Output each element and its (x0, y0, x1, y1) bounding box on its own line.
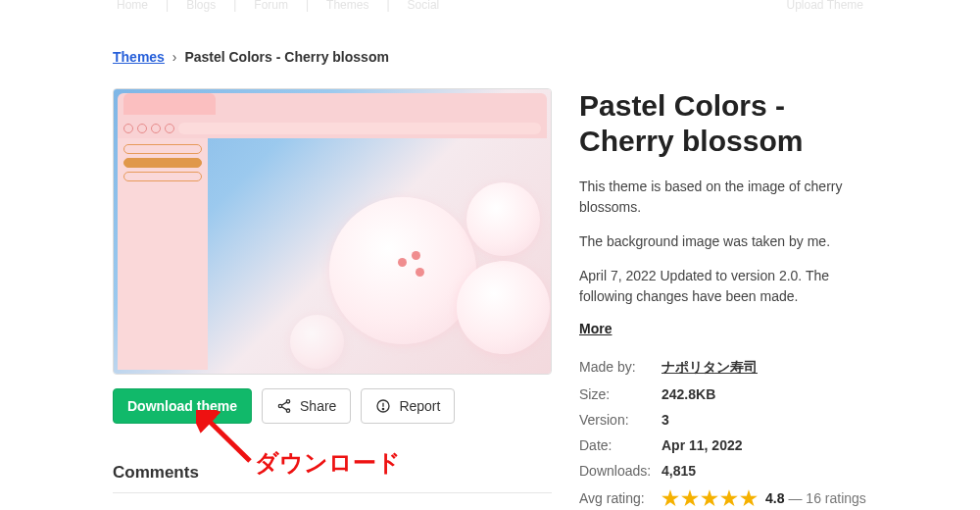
share-label: Share (300, 398, 336, 414)
svg-line-4 (281, 407, 286, 410)
star-icon: ★ (662, 488, 679, 508)
rating-value: 4.8 (765, 490, 784, 506)
theme-meta-table: Made by: ナポリタン寿司 Size: 242.8KB Version: … (579, 354, 867, 510)
theme-description-line: The background image was taken by me. (579, 231, 867, 252)
breadcrumb-separator: › (172, 49, 177, 65)
breadcrumb-root-link[interactable]: Themes (113, 49, 165, 65)
author-link[interactable]: ナポリタン寿司 (662, 359, 758, 375)
nav-item[interactable]: Blogs (182, 0, 220, 12)
theme-title: Pastel Colors - Cherry blossom (579, 88, 867, 159)
divider (113, 492, 552, 493)
more-link[interactable]: More (579, 321, 612, 336)
svg-point-7 (383, 408, 384, 409)
breadcrumb-current: Pastel Colors - Cherry blossom (184, 49, 389, 65)
star-icon: ★ (701, 488, 718, 508)
comments-heading: Comments (113, 463, 552, 483)
theme-preview-image (113, 88, 552, 375)
download-theme-label: Download theme (127, 398, 237, 414)
svg-point-1 (278, 404, 281, 407)
download-theme-button[interactable]: Download theme (113, 388, 252, 424)
report-icon (375, 398, 391, 414)
rating-count: — 16 ratings (788, 490, 865, 506)
meta-value-size: 242.8KB (662, 386, 715, 402)
meta-label-version: Version: (579, 412, 662, 428)
nav-item[interactable]: Home (113, 0, 152, 12)
rating-stars: ★ ★ ★ ★ ★ (662, 488, 758, 508)
star-icon: ★ (681, 488, 699, 508)
share-icon (276, 398, 292, 414)
share-button[interactable]: Share (262, 388, 351, 424)
star-icon: ★ (720, 488, 738, 508)
meta-label-downloads: Downloads: (579, 463, 662, 479)
meta-label-made-by: Made by: (579, 359, 662, 377)
meta-value-date: Apr 11, 2022 (662, 437, 743, 453)
meta-label-size: Size: (579, 386, 662, 402)
svg-line-3 (281, 402, 286, 405)
upload-theme-link[interactable]: Upload Theme (783, 0, 868, 12)
star-icon: ★ (740, 488, 758, 508)
meta-label-date: Date: (579, 437, 662, 453)
svg-point-2 (286, 409, 289, 412)
nav-item[interactable]: Social (404, 0, 444, 12)
top-nav: Home | Blogs | Forum | Themes | Social U… (0, 0, 980, 10)
nav-item[interactable]: Themes (322, 0, 372, 12)
nav-item[interactable]: Forum (250, 0, 292, 12)
meta-label-rating: Avg rating: (579, 490, 662, 506)
meta-value-version: 3 (662, 412, 669, 428)
breadcrumb: Themes › Pastel Colors - Cherry blossom (113, 49, 867, 65)
svg-point-0 (286, 400, 289, 403)
meta-value-downloads: 4,815 (662, 463, 696, 479)
report-label: Report (399, 398, 440, 414)
theme-description-line: April 7, 2022 Updated to version 2.0. Th… (579, 266, 867, 307)
theme-description-line: This theme is based on the image of cher… (579, 177, 867, 218)
report-button[interactable]: Report (361, 388, 455, 424)
